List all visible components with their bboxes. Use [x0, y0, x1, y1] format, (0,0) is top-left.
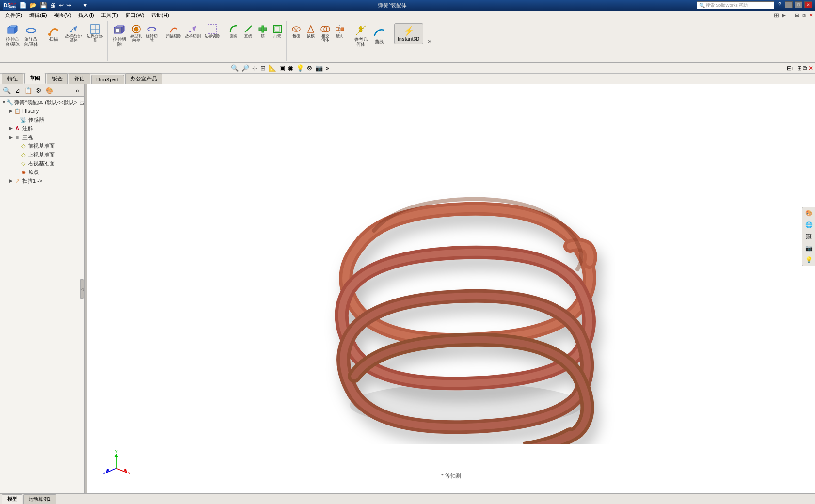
window-min-icon[interactable]: ⊟: [795, 12, 799, 18]
view-light-icon[interactable]: 💡: [295, 64, 305, 72]
qa-save-icon[interactable]: 💾: [40, 2, 47, 9]
panel-filter-icon[interactable]: ⊿: [13, 86, 22, 95]
panel-split-icon[interactable]: ⊞: [797, 65, 802, 72]
panel-single-icon[interactable]: □: [793, 65, 796, 72]
revolve-boss-button[interactable]: 旋转凸台/基体: [22, 22, 40, 48]
extrude-cut-button[interactable]: 拉伸切除: [111, 22, 128, 48]
tree-annotations[interactable]: ▶ A 注解: [0, 124, 84, 133]
rib-button[interactable]: 筋: [256, 22, 270, 40]
view-select-icon[interactable]: ⊹: [251, 64, 258, 72]
qa-open-icon[interactable]: 📂: [30, 2, 37, 9]
maximize-button[interactable]: □: [795, 1, 802, 8]
tab-sketch[interactable]: 草图: [24, 73, 46, 84]
view-tab-motion[interactable]: 运动算例1: [23, 494, 56, 504]
root-expand-icon[interactable]: ▼: [2, 99, 6, 105]
panel-layout-icon[interactable]: ⊟: [787, 65, 792, 72]
loft-button[interactable]: 故样凸台/基体: [64, 22, 84, 44]
ref-geometry-button[interactable]: 参考几何体: [352, 22, 369, 48]
panel-collapse-handle[interactable]: ◁: [80, 279, 84, 299]
boundary-boss-button[interactable]: 边界凸台/基: [85, 22, 105, 44]
tab-office[interactable]: 办公室产品: [125, 73, 162, 84]
window-close-icon[interactable]: ✕: [809, 12, 813, 18]
views-expand-icon[interactable]: ▶: [8, 134, 14, 140]
hole-wizard-button[interactable]: 异型孔向导: [129, 22, 144, 48]
panel-search-icon[interactable]: 🔍: [2, 86, 12, 95]
menu-tools[interactable]: 工具(T): [98, 11, 121, 20]
menu-help[interactable]: 帮助(H): [148, 11, 172, 20]
panel-restore-icon[interactable]: ⧉: [803, 65, 807, 72]
sweep-cut-button[interactable]: 扫描切除: [164, 22, 183, 40]
view-more-icon[interactable]: »: [325, 64, 330, 72]
history-expand-icon[interactable]: ▶: [8, 108, 14, 114]
intersect-button[interactable]: 相交何体: [319, 22, 332, 44]
menu-window[interactable]: 窗口(W): [122, 11, 147, 20]
tab-features[interactable]: 特征: [2, 73, 23, 84]
tree-sensors[interactable]: 📡 传感器: [0, 115, 84, 124]
wrap-button[interactable]: W 包覆: [289, 22, 303, 44]
qa-print-icon[interactable]: 🖨: [50, 2, 56, 9]
panel-history-icon[interactable]: 📋: [23, 86, 33, 95]
revolve-cut-button[interactable]: 旋转切除: [144, 22, 159, 48]
view-orient-icon[interactable]: 📐: [268, 64, 277, 72]
toolbar-more[interactable]: »: [427, 21, 432, 61]
camera-button[interactable]: 📷: [803, 243, 814, 253]
help-button[interactable]: ?: [778, 1, 781, 9]
titlebar-title: 弹簧^装配体: [378, 2, 407, 9]
decal-button[interactable]: 🖼: [803, 231, 814, 242]
loft-cut-button[interactable]: 故样切割: [184, 22, 202, 40]
view-section-icon[interactable]: ⊗: [306, 64, 313, 72]
panel-paint-icon[interactable]: 🎨: [45, 86, 54, 95]
menu-view[interactable]: 视图(V): [51, 11, 75, 20]
tree-origin[interactable]: ⊕ 原点: [0, 168, 84, 176]
extrude-boss-button[interactable]: 拉伸凸台/基体: [4, 22, 21, 48]
panel-close-icon[interactable]: ✕: [808, 65, 813, 72]
tree-views[interactable]: ▶ ≡ 三视: [0, 133, 84, 142]
tab-dimxpert[interactable]: DimXpert: [91, 75, 124, 84]
view-fit-icon[interactable]: ⊞: [259, 64, 267, 72]
scene-button[interactable]: 🌐: [803, 220, 814, 230]
close-button[interactable]: ✕: [804, 1, 812, 8]
tb-arrow-icon[interactable]: ▶: [782, 12, 786, 18]
curve-button[interactable]: 曲线: [370, 22, 388, 48]
menu-insert[interactable]: 插入(I): [75, 11, 96, 20]
boundary-cut-button[interactable]: 边界切除: [203, 22, 222, 40]
search-box[interactable]: 🔍 搜索 SolidWorks 帮助: [697, 1, 774, 9]
sweep1-expand-icon[interactable]: ▶: [8, 178, 14, 184]
view-camera-icon[interactable]: 📷: [314, 64, 324, 72]
zoom-in-icon[interactable]: 🔍: [230, 64, 240, 72]
view-shade-icon[interactable]: ◉: [287, 64, 294, 72]
tree-top-plane[interactable]: ◇ 上视基准面: [0, 150, 84, 159]
mirror-button[interactable]: 镜向: [333, 22, 347, 44]
view-display-icon[interactable]: ▣: [278, 64, 286, 72]
tree-right-plane[interactable]: ◇ 右视基准面: [0, 159, 84, 168]
fillet-button[interactable]: 圆角: [227, 22, 240, 40]
qa-new-icon[interactable]: 📄: [19, 2, 27, 9]
sweep-button[interactable]: 扫描: [45, 22, 63, 44]
qa-undo-icon[interactable]: ↩: [59, 2, 64, 9]
zoom-out-icon[interactable]: 🔎: [240, 64, 250, 72]
shell-button[interactable]: 抽壳: [271, 22, 284, 40]
qa-options-icon[interactable]: ▼: [82, 2, 88, 9]
menu-file[interactable]: 文件(F): [2, 11, 25, 20]
panel-settings-icon[interactable]: ⚙: [34, 86, 44, 95]
light-button[interactable]: 💡: [803, 254, 814, 265]
menu-edit[interactable]: 编辑(E): [26, 11, 50, 20]
tb-expand-icon[interactable]: ⊞: [774, 12, 779, 19]
tree-front-plane[interactable]: ◇ 前视基准面: [0, 142, 84, 150]
minimize-button[interactable]: –: [785, 1, 793, 8]
instant3d-button[interactable]: ⚡ Instant3D: [394, 23, 423, 44]
tree-history[interactable]: ▶ 📋 History: [0, 107, 84, 115]
chamfer-button[interactable]: 直线: [241, 22, 255, 40]
panel-more-icon[interactable]: »: [72, 86, 82, 95]
tree-sweep1[interactable]: ▶ ↗ 扫描1 ->: [0, 176, 84, 185]
draft-button[interactable]: 拔模: [304, 22, 318, 44]
tb-minus-icon[interactable]: –: [789, 13, 792, 18]
tab-sheetmetal[interactable]: 钣金: [47, 73, 68, 84]
tree-root[interactable]: ▼ 🔧 弹簧^装配体 (默认<<默认>_显: [0, 98, 84, 107]
appearance-button[interactable]: 🎨: [803, 208, 814, 219]
view-tab-model[interactable]: 模型: [2, 494, 22, 504]
qa-redo-icon[interactable]: ↪: [66, 2, 71, 9]
annotations-expand-icon[interactable]: ▶: [8, 126, 14, 131]
tab-evaluate[interactable]: 评估: [69, 73, 90, 84]
window-restore-icon[interactable]: ⧉: [802, 12, 806, 18]
